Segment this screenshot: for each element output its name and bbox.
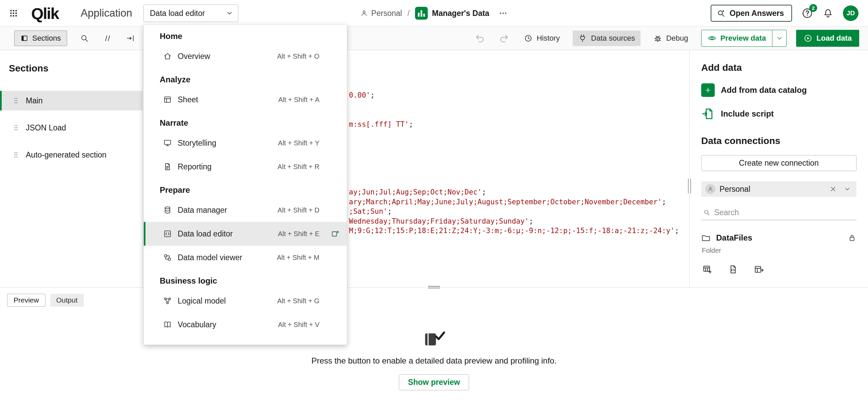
add-from-catalog-button[interactable]: Add from data catalog: [701, 83, 856, 97]
tab-preview[interactable]: Preview: [7, 294, 45, 307]
table-arrow-icon: [754, 264, 764, 274]
person-icon: [360, 9, 368, 17]
bug-icon: [653, 34, 662, 43]
bell-icon: [823, 8, 833, 19]
more-horizontal-icon: [499, 9, 508, 18]
tab-output[interactable]: Output: [50, 294, 84, 307]
menu-item-data-model-viewer[interactable]: Data model viewer Alt + Shift + M: [144, 246, 347, 269]
preview-empty-state: Press the button to enable a detailed da…: [311, 330, 556, 390]
drag-handle-icon[interactable]: [14, 97, 18, 104]
preview-tabs: Preview Output: [7, 294, 84, 307]
clear-space-filter-button[interactable]: [828, 184, 838, 194]
add-from-catalog-label: Add from data catalog: [721, 85, 807, 95]
person-icon: [705, 184, 715, 194]
space-filter-select[interactable]: Personal: [701, 181, 856, 197]
drag-handle-icon[interactable]: [14, 151, 18, 158]
indent-button[interactable]: [123, 31, 138, 45]
preview-data-button[interactable]: Preview data: [702, 30, 772, 46]
help-button[interactable]: 2: [802, 7, 813, 19]
vertical-resize-handle[interactable]: [688, 179, 691, 193]
preview-empty-message: Press the button to enable a detailed da…: [311, 356, 556, 366]
load-table-button[interactable]: [753, 263, 765, 275]
debug-button[interactable]: Debug: [650, 30, 692, 46]
indent-right-icon: [126, 34, 135, 43]
space-filter-dropdown-button[interactable]: [842, 184, 852, 194]
load-data-label: Load data: [816, 34, 852, 43]
add-data-title: Add data: [701, 62, 856, 73]
connection-search: [701, 205, 856, 220]
menu-section-header: Prepare: [144, 185, 347, 198]
redo-button[interactable]: [497, 31, 511, 45]
search-icon: [80, 34, 89, 43]
play-circle-icon: [804, 34, 812, 43]
app-area-selector[interactable]: Data load editor: [143, 4, 238, 22]
menu-item-logical-model[interactable]: Logical model Alt + Shift + G: [144, 289, 347, 313]
script-line: m:ss[.fff] TT';: [349, 120, 413, 129]
editor-toolbar: Sections History Data sources Debug: [0, 26, 868, 50]
space-crumb-label: Personal: [371, 9, 402, 18]
open-answers-label: Open Answers: [730, 9, 784, 18]
history-button[interactable]: History: [520, 30, 563, 46]
shortcut-label: Alt + Shift + M: [277, 254, 319, 262]
show-preview-button[interactable]: Show preview: [399, 374, 469, 390]
open-answers-button[interactable]: Open Answers: [711, 5, 792, 22]
menu-item-data-manager[interactable]: Data manager Alt + Shift + D: [144, 198, 347, 222]
top-bar: Qlik Application Data load editor Person…: [0, 0, 868, 26]
menu-item-vocabulary[interactable]: Vocabulary Alt + Shift + V: [144, 313, 347, 336]
include-script-icon: [701, 107, 715, 121]
sections-toggle-label: Sections: [32, 34, 61, 43]
app-icon: [415, 7, 428, 20]
chevron-down-icon: [844, 185, 851, 193]
preview-data-options-button[interactable]: [772, 30, 786, 46]
connection-search-input[interactable]: [714, 208, 854, 217]
script-line: 0.00';: [349, 90, 375, 100]
undo-button[interactable]: [473, 31, 487, 45]
load-data-button[interactable]: Load data: [796, 30, 859, 47]
section-item-label: Auto-generated section: [26, 150, 106, 160]
app-launcher-button[interactable]: [6, 6, 21, 21]
report-document-icon: [163, 162, 172, 171]
section-item-main[interactable]: Main: [0, 91, 142, 110]
app-options-button[interactable]: [499, 9, 508, 18]
data-sources-button[interactable]: Data sources: [573, 30, 640, 46]
search-icon: [703, 209, 710, 216]
menu-item-reporting[interactable]: Reporting Alt + Shift + R: [144, 155, 347, 179]
book-check-icon: [423, 330, 445, 347]
comment-code-button[interactable]: [100, 31, 115, 45]
shortcut-label: Alt + Shift + A: [278, 96, 319, 104]
connection-item-datafiles[interactable]: DataFiles: [701, 233, 856, 243]
include-script-button[interactable]: Include script: [701, 107, 856, 121]
user-avatar[interactable]: JD: [843, 5, 859, 21]
debug-label: Debug: [666, 34, 688, 43]
app-crumb[interactable]: Manager's Data: [415, 7, 489, 20]
code-editor-icon: [163, 229, 172, 238]
menu-section-header: Business logic: [144, 276, 347, 289]
menu-item-sheet[interactable]: Sheet Alt + Shift + A: [144, 88, 347, 111]
menu-item-overview[interactable]: Overview Alt + Shift + O: [144, 44, 347, 68]
plus-icon: [701, 83, 715, 97]
redo-icon: [499, 33, 509, 43]
left-panel-icon: [21, 35, 28, 42]
breadcrumb-separator: /: [408, 9, 410, 18]
drag-handle-icon[interactable]: [14, 124, 18, 131]
insert-script-button[interactable]: [727, 263, 739, 275]
connection-actions: [701, 263, 856, 275]
create-new-connection-button[interactable]: Create new connection: [701, 155, 856, 171]
horizontal-resize-handle[interactable]: [427, 285, 441, 289]
select-data-button[interactable]: [701, 263, 713, 275]
script-line: ;Sat;Sun';: [349, 207, 392, 216]
section-item-auto-generated[interactable]: Auto-generated section: [0, 145, 142, 165]
toggle-sections-panel-button[interactable]: Sections: [14, 30, 67, 46]
menu-item-data-load-editor[interactable]: Data load editor Alt + Shift + E: [144, 222, 347, 246]
menu-item-storytelling[interactable]: Storytelling Alt + Shift + Y: [144, 131, 347, 155]
open-in-new-window-button[interactable]: [329, 228, 341, 240]
menu-section-header: Home: [144, 32, 347, 44]
section-item-json-load[interactable]: JSON Load: [0, 118, 142, 138]
search-script-button[interactable]: [77, 31, 92, 45]
app-area-selector-value: Data load editor: [150, 9, 205, 18]
answers-sparkle-search-icon: [717, 9, 726, 18]
space-crumb[interactable]: Personal: [360, 9, 402, 18]
notifications-button[interactable]: [823, 8, 833, 19]
topbar-actions: Open Answers 2 JD: [711, 0, 868, 26]
home-icon: [163, 52, 172, 61]
